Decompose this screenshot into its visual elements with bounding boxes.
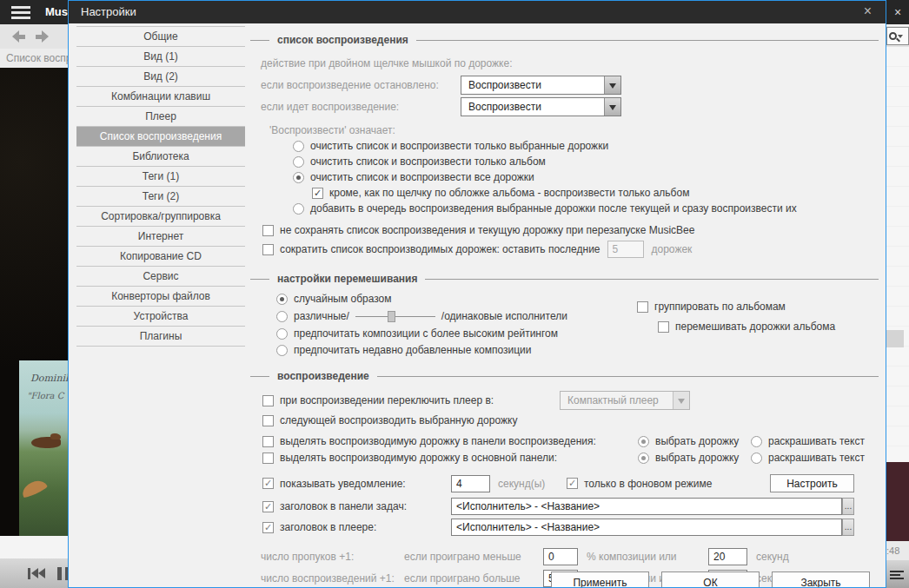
radio-icon[interactable]	[293, 156, 304, 168]
checkbox-next-selected[interactable]: следующей воспроизводить выбранную дорож…	[250, 414, 879, 426]
previous-track-icon[interactable]	[28, 568, 45, 579]
sidebar-item-devices[interactable]: Устройства	[76, 307, 245, 327]
radio-selected-icon[interactable]	[638, 436, 649, 447]
notification-seconds-input[interactable]	[451, 475, 490, 492]
radio-icon[interactable]	[293, 141, 304, 152]
equalizer-icon[interactable]	[890, 571, 904, 581]
radio-clear-album[interactable]: очистить список и воспроизвести только а…	[250, 155, 879, 168]
sidebar-item-view2[interactable]: Вид (2)	[76, 67, 245, 87]
sidebar-item-view1[interactable]: Вид (1)	[76, 47, 245, 67]
sidebar-item-hotkeys[interactable]: Комбинации клавиш	[76, 87, 245, 107]
switch-player-dropdown[interactable]: Компактный плеер	[560, 391, 690, 410]
taskbar-title-browse-button[interactable]: ...	[842, 498, 854, 515]
taskbar-title-input[interactable]	[451, 498, 842, 515]
checkbox-icon[interactable]	[262, 415, 274, 426]
radio-icon[interactable]	[276, 328, 288, 340]
slider-thumb[interactable]	[388, 311, 395, 322]
apply-button[interactable]: Применить	[551, 571, 649, 588]
trim-count-input[interactable]	[607, 241, 644, 258]
sidebar-item-now-playing[interactable]: Список воспроизведения	[76, 127, 245, 147]
radio-icon[interactable]	[276, 311, 288, 322]
checkbox-icon[interactable]	[658, 321, 669, 333]
checkbox-group-albums[interactable]: группировать по альбомам	[637, 301, 786, 313]
checkbox-icon[interactable]	[637, 301, 648, 313]
checkbox-checked-icon[interactable]	[567, 478, 578, 489]
checkbox-highlight-np-panel[interactable]: выделять воспроизводимую дорожку в панел…	[250, 435, 879, 447]
search-box[interactable]	[886, 26, 909, 47]
nav-bar	[0, 24, 69, 49]
checkbox-icon[interactable]	[262, 244, 274, 255]
album-art[interactable]: Dominik "Flora C	[19, 360, 69, 536]
sidebar-item-sorting[interactable]: Сортировка/группировка	[76, 207, 245, 227]
configure-notification-button[interactable]: Настроить	[770, 474, 854, 492]
album-art-text-2: "Flora C	[27, 391, 69, 400]
bottom-bar-edge	[886, 560, 909, 588]
checkbox-icon[interactable]	[262, 436, 274, 447]
checkbox-checked-icon[interactable]	[262, 522, 274, 533]
close-button[interactable]: Закрыть	[772, 571, 870, 588]
main-window-left-strip: MusicBe Список воспр Dominik "Flora C	[0, 0, 69, 588]
settings-sidebar: Общие Вид (1) Вид (2) Комбинации клавиш …	[76, 26, 245, 347]
sidebar-item-player[interactable]: Плеер	[76, 107, 245, 127]
track-duration: :48	[886, 541, 909, 560]
checkbox-icon[interactable]	[262, 225, 274, 236]
main-close-button[interactable]: ×	[886, 0, 909, 24]
radio-icon[interactable]	[276, 345, 288, 356]
radio-clear-selected[interactable]: очистить список и воспроизвести только в…	[250, 140, 879, 152]
radio-selected-icon[interactable]	[293, 172, 304, 183]
artist-bias-slider[interactable]	[355, 311, 435, 322]
dropdown-arrow-icon	[673, 392, 689, 409]
sidebar-item-tags2[interactable]: Теги (2)	[76, 187, 245, 207]
sidebar-item-tools[interactable]: Сервис	[76, 267, 245, 287]
checkbox-checked-icon[interactable]	[262, 478, 274, 489]
checkbox-icon[interactable]	[262, 395, 274, 406]
checkbox-taskbar-title[interactable]: заголовок в панели задач: ...	[250, 498, 879, 515]
checkbox-checked-icon[interactable]	[312, 188, 323, 199]
back-arrow-icon[interactable]	[12, 30, 25, 43]
sidebar-item-plugins[interactable]: Плагины	[76, 327, 245, 347]
radio-queue-next[interactable]: добавить в очередь воспроизведения выбра…	[250, 202, 879, 215]
checkbox-switch-player[interactable]: при воспроизведении переключить плеер в:…	[250, 391, 879, 410]
sidebar-item-cd-ripping[interactable]: Копирование CD	[76, 247, 245, 267]
dropdown-arrow-icon[interactable]	[604, 98, 620, 116]
checkbox-show-notification[interactable]: показывать уведомление: секунд(ы) только…	[250, 474, 879, 492]
radio-icon[interactable]	[751, 453, 762, 464]
forward-arrow-icon[interactable]	[36, 30, 49, 43]
sidebar-item-general[interactable]: Общие	[76, 27, 245, 47]
skip-condition-label: если проиграно меньше	[404, 551, 543, 563]
radio-selected-icon[interactable]	[276, 294, 288, 305]
checkbox-icon[interactable]	[262, 453, 274, 464]
radio-icon[interactable]	[751, 436, 762, 447]
sidebar-item-library[interactable]: Библиотека	[76, 147, 245, 167]
if-playing-dropdown[interactable]: Воспроизвести	[461, 97, 621, 116]
checkbox-no-save[interactable]: не сохранять список воспроизведения и те…	[250, 224, 879, 236]
checkbox-shuffle-album-tracks[interactable]: перемешивать дорожки альбома	[658, 320, 835, 333]
skip-percent-input[interactable]	[543, 548, 578, 565]
checkbox-checked-icon[interactable]	[262, 501, 274, 512]
checkbox-highlight-main-panel[interactable]: выделять воспроизводимую дорожку в основ…	[250, 452, 879, 464]
double-click-label: действие при двойном щелчке мышкой по до…	[250, 57, 879, 69]
search-icon	[889, 32, 897, 40]
radio-selected-icon[interactable]	[638, 453, 649, 464]
main-window-right-strip: × :48	[886, 0, 909, 588]
sidebar-item-converters[interactable]: Конверторы файлов	[76, 287, 245, 307]
radio-icon[interactable]	[293, 203, 304, 215]
sidebar-item-tags1[interactable]: Теги (1)	[76, 167, 245, 187]
checkbox-player-title[interactable]: заголовок в плеере: ...	[250, 519, 879, 536]
player-controls-bar	[0, 558, 69, 588]
sidebar-item-internet[interactable]: Интернет	[76, 227, 245, 247]
player-title-input[interactable]	[451, 519, 842, 536]
skip-seconds-input[interactable]	[708, 548, 747, 565]
radio-clear-all[interactable]: очистить список и воспроизвести все доро…	[250, 171, 879, 183]
checkbox-except-album-cover[interactable]: кроме, как по щелчку по обложке альбома …	[250, 187, 879, 199]
hamburger-menu-icon[interactable]	[11, 6, 30, 22]
ok-button[interactable]: ОК	[661, 571, 760, 588]
if-stopped-dropdown[interactable]: Воспроизвести	[461, 76, 621, 95]
section-playback-header: воспроизведение	[250, 370, 879, 382]
dialog-close-icon[interactable]: ×	[864, 3, 872, 19]
player-title-browse-button[interactable]: ...	[842, 519, 854, 536]
dialog-titlebar: Настройки ×	[69, 1, 886, 23]
dropdown-arrow-icon[interactable]	[604, 76, 620, 94]
checkbox-trim-list[interactable]: сократить список воспроизводимых дорожек…	[250, 241, 879, 258]
radio-shuffle-recent[interactable]: предпочитать недавно добавленные компози…	[250, 344, 879, 356]
